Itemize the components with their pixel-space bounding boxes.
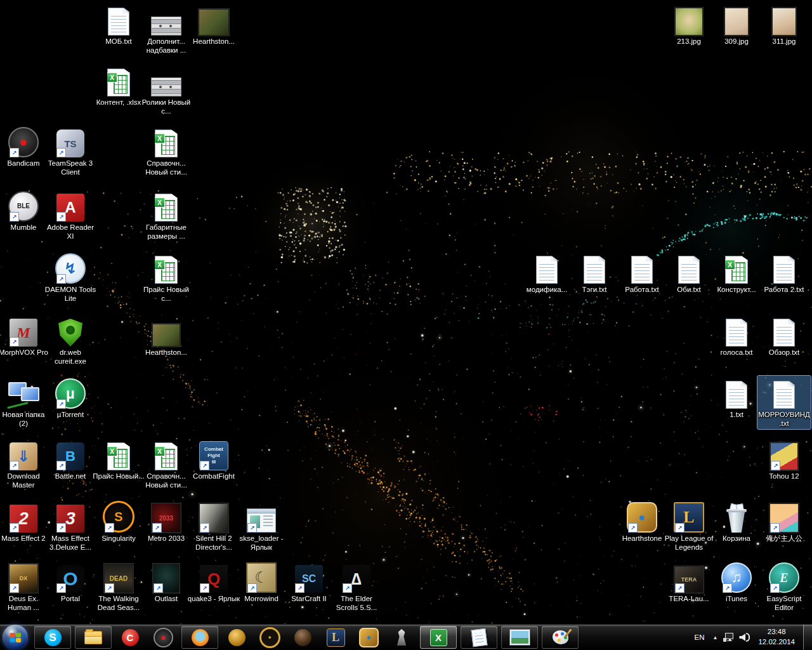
desktop-icon-outlast[interactable]: ↗Outlast xyxy=(140,560,193,605)
desktop-icon-label: EasyScript Editor xyxy=(757,595,811,612)
desktop-icon-tegi-txt[interactable]: Тэги.txt xyxy=(568,251,621,296)
desktop-icon-dopolnit-nadbavki[interactable]: Дополнит... надбавки ... xyxy=(140,3,193,56)
desktop: МОБ.txtДополнит... надбавки ...Hearthsto… xyxy=(0,0,812,650)
desktop-icon-itunes[interactable]: ♫↗iTunes xyxy=(710,560,763,605)
desktop-icon-rabota-txt[interactable]: Работа.txt xyxy=(615,251,669,296)
desktop-icon-label: Тэги.txt xyxy=(568,286,621,295)
desktop-icon-price-novyi-2[interactable]: XПрайс Новый... xyxy=(92,437,145,482)
desktop-icon-gabaritnye-razmery[interactable]: XГабаритные размеры ... xyxy=(140,189,193,242)
desktop-icon-morrowind[interactable]: ☾↗Morrowind xyxy=(235,560,288,605)
taskbar-button-game-gold-ring[interactable]: • xyxy=(255,627,284,648)
desktop-icon-bandicam[interactable]: ●↗Bandicam xyxy=(0,124,50,169)
clock[interactable]: 23:48 12.02.2014 xyxy=(756,627,797,647)
desktop-icon-korzina[interactable]: Корзина xyxy=(710,500,763,545)
desktop-icon-label: МОРРОУВИНД.txt xyxy=(757,411,811,428)
desktop-icon-label: Справочн... Новый сти... xyxy=(140,159,193,176)
taskbar-button-excel[interactable]: X xyxy=(420,626,457,649)
icon-glyph: DX xyxy=(20,575,28,581)
desktop-icon-1-txt[interactable]: 1.txt xyxy=(710,376,763,421)
desktop-icon-easyscript-editor[interactable]: E↗EasyScript Editor xyxy=(757,560,811,613)
desktop-icon-daemon-tools-lite[interactable]: ↯↗DAEMON Tools Lite xyxy=(44,251,97,304)
network-icon[interactable] xyxy=(723,633,733,642)
volume-icon[interactable] xyxy=(739,633,750,642)
shortcut-arrow-icon: ↗ xyxy=(200,461,209,470)
desktop-icon-mob-txt[interactable]: МОБ.txt xyxy=(92,3,145,48)
desktop-icon-silent-hill-2[interactable]: ↗Silent Hill 2 Director's... xyxy=(187,500,240,553)
desktop-icon-mass-effect-2[interactable]: 2↗Mass Effect 2 xyxy=(0,500,50,545)
taskbar-button-hearthstone[interactable]: ● xyxy=(354,627,383,648)
desktop-icon-novaya-papka-2[interactable]: Новая папка (2) xyxy=(0,376,50,429)
language-indicator[interactable]: EN xyxy=(692,632,707,642)
taskbar-button-paint[interactable] xyxy=(542,626,579,649)
taskbar-button-bandicam-record[interactable]: ● xyxy=(148,627,178,648)
desktop-icon-ore-ga-shujinkou[interactable]: ↗俺が主人公 xyxy=(757,500,811,545)
desktop-icon-tohou-12[interactable]: ↗Tohou 12 xyxy=(757,437,811,482)
desktop-icon-jpg-309[interactable]: 309.jpg xyxy=(710,3,763,48)
desktop-icon-kontent-xlsx[interactable]: XКонтент, .xlsx xyxy=(92,63,145,109)
desktop-icon-play-lol[interactable]: L↗Play League of Legends xyxy=(662,500,716,553)
desktop-icon-metro-2033[interactable]: 2033↗Metro 2033 xyxy=(140,500,193,545)
desktop-icon-mass-effect-3[interactable]: 3↗Mass Effect 3.Deluxe E... xyxy=(44,500,97,553)
desktop-icon-singularity[interactable]: S↗Singularity xyxy=(92,500,145,545)
icon-art xyxy=(44,315,97,347)
desktop-icon-label: Работа 2.txt xyxy=(757,286,811,295)
taskbar-button-ccleaner[interactable]: C xyxy=(115,627,145,648)
taskbar-button-firefox[interactable] xyxy=(181,626,218,649)
taskbar-button-windows-explorer[interactable] xyxy=(75,626,112,649)
desktop-icon-deus-ex[interactable]: DX↗Deus Ex. Human ... xyxy=(0,560,50,613)
shortcut-arrow-icon: ↗ xyxy=(56,399,66,409)
taskbar-button-game-gold-emblem[interactable] xyxy=(222,627,251,648)
desktop-icon-starcraft2[interactable]: SC↗StarCraft II xyxy=(282,560,336,605)
desktop-icon-obzor-txt[interactable]: Обзор.txt xyxy=(757,314,811,359)
desktop-icon-label: iTunes xyxy=(710,595,763,604)
desktop-icon-drweb-cureit[interactable]: dr.web cureit.exe xyxy=(44,314,97,367)
desktop-icon-jpg-213[interactable]: 213.jpg xyxy=(662,3,716,48)
desktop-icon-teamspeak3[interactable]: TS↗TeamSpeak 3 Client xyxy=(44,124,97,178)
paint-palette-icon xyxy=(553,630,568,644)
taskbar-button-notepad[interactable] xyxy=(461,626,497,649)
hidden-icons-arrow[interactable]: ▲ xyxy=(713,635,718,640)
desktop-icon-hearthstone-app[interactable]: ●↗Hearthstone xyxy=(615,500,669,545)
thumbnail-image xyxy=(199,9,229,36)
film-dot xyxy=(169,25,172,27)
desktop-icon-adobe-reader-xi[interactable]: A↗Adobe Reader XI xyxy=(44,189,97,242)
desktop-icon-elder-scrolls-5[interactable]: ∆↗The Elder Scrolls 5.S... xyxy=(330,560,383,613)
desktop-icon-walking-dead[interactable]: DEAD↗The Walking Dead Seas... xyxy=(92,560,145,613)
desktop-icon-obi-txt[interactable]: Оби.txt xyxy=(662,251,716,296)
taskbar-button-skype[interactable]: S xyxy=(34,626,71,649)
desktop-icon-jpg-311[interactable]: 311.jpg xyxy=(757,3,811,48)
desktop-icon-spravochn-2[interactable]: XСправочн... Новый сти... xyxy=(140,437,193,491)
desktop-icon-modifika-txt[interactable]: модифика... xyxy=(520,251,573,296)
desktop-icon-label: MorphVOX Pro xyxy=(0,348,50,357)
desktop-icon-utorrent[interactable]: µ↗µTorrent xyxy=(44,376,97,421)
desktop-icon-konstrukt-xls[interactable]: XКонструкт... xyxy=(710,251,763,296)
taskbar-button-photo-viewer[interactable] xyxy=(501,626,538,649)
desktop-icon-morphvox-pro[interactable]: M↗MorphVOX Pro xyxy=(0,314,50,359)
desktop-icon-battlenet[interactable]: B↗Battle.net xyxy=(44,437,97,482)
desktop-icon-hearthstone-screenshot-2[interactable]: Hearthston... xyxy=(140,314,193,359)
excel-x-badge: X xyxy=(154,197,165,208)
desktop-icon-morrowind-txt[interactable]: МОРРОУВИНД.txt xyxy=(757,376,811,429)
desktop-icon-golosa-txt[interactable]: голоса.txt xyxy=(710,314,763,359)
desktop-icon-hearthstone-screenshot-1[interactable]: Hearthston... xyxy=(187,3,240,48)
taskbar-button-league-of-legends[interactable]: L xyxy=(321,627,350,648)
taskbar-button-game-dragon-sphere[interactable] xyxy=(288,627,317,648)
desktop-icon-roliki-novyi[interactable]: Ролики Новый с... xyxy=(140,63,193,117)
desktop-icon-skse-loader[interactable]: ↗skse_loader - Ярлык xyxy=(235,500,288,553)
network-cable xyxy=(7,402,29,409)
shortcut-arrow-icon: ↗ xyxy=(295,583,304,593)
taskbar-button-anime-character[interactable] xyxy=(387,627,416,648)
desktop-icon-combatfight[interactable]: Combat Fight III↗CombatFight xyxy=(187,437,240,482)
desktop-icon-mumble[interactable]: BLE↗Mumble xyxy=(0,189,50,234)
start-button[interactable] xyxy=(3,625,28,650)
desktop-icon-quake3[interactable]: Q↗quake3 - Ярлык xyxy=(187,560,240,605)
desktop-icon-tera-launcher[interactable]: TERA↗TERA-Lau... xyxy=(662,560,716,605)
desktop-icon-spravochn-1[interactable]: XСправочн... Новый сти... xyxy=(140,124,193,178)
desktop-icon-rabota2-txt[interactable]: Работа 2.txt xyxy=(757,251,811,296)
desktop-icon-portal[interactable]: O↗Portal xyxy=(44,560,97,605)
desktop-icon-price-novyi-1[interactable]: XПрайс Новый с... xyxy=(140,251,193,304)
show-desktop-button[interactable] xyxy=(803,625,812,650)
desktop-icon-download-master[interactable]: ⇓↗Download Master xyxy=(0,437,50,491)
desktop-icon-label: Hearthston... xyxy=(140,348,193,357)
icon-art xyxy=(757,4,811,36)
